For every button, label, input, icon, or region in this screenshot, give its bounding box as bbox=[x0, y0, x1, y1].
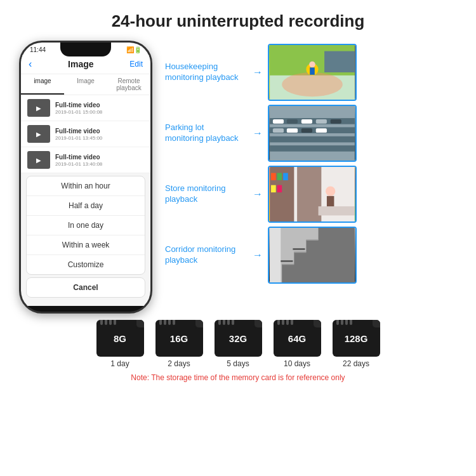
svg-rect-25 bbox=[277, 173, 282, 180]
video-thumb-2: ▶ bbox=[27, 125, 50, 143]
phone-tab-remote[interactable]: Remote playback bbox=[107, 74, 150, 95]
phone-tabs: image Image Remote playback bbox=[21, 74, 150, 95]
sdcard-size-8g: 8G bbox=[114, 333, 126, 344]
storage-note: Note: The storage time of the memory car… bbox=[131, 373, 345, 382]
scene-image-4 bbox=[268, 227, 357, 284]
sdcard-item-64g: 64G 10 days bbox=[274, 320, 321, 368]
sdcard-notch bbox=[105, 320, 107, 325]
phone-back-button[interactable]: ‹ bbox=[29, 58, 32, 70]
sdcard-item-32g: 32G 5 days bbox=[215, 320, 262, 368]
phone-mockup: 11:44 📶🔋 ‹ Image Edit image Image Remote… bbox=[19, 41, 152, 314]
sdcard-notch bbox=[345, 320, 348, 325]
phone-tab-image2[interactable]: Image bbox=[64, 74, 107, 95]
scene-arrow-1: → bbox=[253, 67, 263, 78]
svg-rect-10 bbox=[270, 136, 355, 143]
svg-rect-11 bbox=[270, 145, 355, 152]
sdcard-size-32g: 32G bbox=[229, 333, 247, 344]
scene-arrow-2: → bbox=[253, 128, 263, 139]
scene-label-3: Store monitoringplayback bbox=[165, 183, 248, 205]
page-header: 24-hour uninterrupted recording bbox=[0, 0, 476, 37]
phone-nav-title: Image bbox=[68, 59, 93, 69]
sdcard-notch bbox=[277, 320, 280, 325]
main-content: 11:44 📶🔋 ‹ Image Edit image Image Remote… bbox=[0, 41, 476, 314]
sdcard-notch bbox=[232, 320, 234, 325]
scene-label-2: Parking lotmonitoring playback bbox=[165, 122, 248, 144]
svg-rect-37 bbox=[270, 228, 281, 282]
svg-rect-18 bbox=[287, 128, 298, 133]
scene-item-2: Parking lotmonitoring playback → bbox=[165, 105, 463, 162]
sdcard-notch bbox=[114, 320, 116, 325]
phone-cancel-button[interactable]: Cancel bbox=[26, 277, 145, 298]
sdcard-notches-32g bbox=[218, 320, 234, 325]
sdcard-notch bbox=[159, 320, 162, 325]
scene-label-4: Corridor monitoringplayback bbox=[165, 244, 248, 266]
phone-edit-button[interactable]: Edit bbox=[129, 60, 143, 69]
scene-image-1 bbox=[268, 44, 357, 101]
dropdown-item-2[interactable]: Half a day bbox=[27, 196, 145, 216]
scene-item-1: Housekeepingmonitoring playback → bbox=[165, 44, 463, 101]
phone-screen: ‹ Image Edit image Image Remote playback… bbox=[21, 55, 150, 306]
dropdown-item-5[interactable]: Customize bbox=[27, 255, 145, 274]
sdcard-notch bbox=[286, 320, 289, 325]
scene-img-corridor bbox=[269, 228, 355, 282]
svg-rect-26 bbox=[283, 173, 288, 180]
svg-point-29 bbox=[326, 187, 335, 196]
phone-icons: 📶🔋 bbox=[126, 46, 142, 53]
sdcard-item-128g: 128G 22 days bbox=[333, 320, 380, 368]
page-title: 24-hour uninterrupted recording bbox=[6, 11, 470, 31]
svg-rect-31 bbox=[319, 206, 355, 215]
scenes-container: Housekeepingmonitoring playback → bbox=[165, 41, 463, 314]
sdcard-notches-128g bbox=[336, 320, 352, 325]
phone-nav-bar: ‹ Image Edit bbox=[21, 55, 150, 74]
video-item-2[interactable]: ▶ Full-time video 2019-01-01 13:45:00 bbox=[21, 121, 150, 147]
sdcard-days-8g: 1 day bbox=[110, 359, 129, 368]
scene-arrow-4: → bbox=[253, 249, 263, 261]
scene-img-child bbox=[269, 45, 355, 100]
scene-img-store bbox=[269, 167, 355, 221]
phone-tab-image[interactable]: image bbox=[21, 74, 64, 95]
sdcard-notch bbox=[282, 320, 284, 325]
scene-label-1: Housekeepingmonitoring playback bbox=[165, 62, 248, 83]
sdcard-size-64g: 64G bbox=[288, 333, 306, 344]
sdcard-row: 8G 1 day 16G 2 days bbox=[96, 320, 380, 368]
sdcard-icon-8g: 8G bbox=[96, 320, 144, 357]
phone-time: 11:44 bbox=[30, 46, 46, 53]
sdcard-notch bbox=[100, 320, 103, 325]
phone-dropdown: Within an hour Half a day In one day Wit… bbox=[26, 176, 145, 275]
scene-item-3: Store monitoringplayback → bbox=[165, 166, 463, 223]
phone-video-list: ▶ Full-time video 2019-01-01 15:00:08 ▶ … bbox=[21, 95, 150, 173]
dropdown-item-3[interactable]: In one day bbox=[27, 216, 145, 235]
svg-rect-13 bbox=[287, 119, 298, 124]
svg-rect-27 bbox=[271, 185, 276, 192]
svg-rect-15 bbox=[316, 119, 327, 124]
sdcard-notch bbox=[109, 320, 112, 325]
video-item-1[interactable]: ▶ Full-time video 2019-01-01 15:00:08 bbox=[21, 95, 150, 121]
sdcard-item-8g: 8G 1 day bbox=[96, 320, 144, 368]
svg-rect-20 bbox=[316, 128, 327, 133]
sdcard-days-128g: 22 days bbox=[343, 359, 369, 368]
scene-item-4: Corridor monitoringplayback → bbox=[165, 227, 463, 284]
sdcard-icon-64g: 64G bbox=[274, 320, 321, 357]
sdcard-icon-16g: 16G bbox=[155, 320, 203, 357]
video-item-3[interactable]: ▶ Full-time video 2019-01-01 13:40:08 bbox=[21, 147, 150, 173]
svg-rect-16 bbox=[331, 119, 341, 124]
svg-rect-28 bbox=[277, 185, 282, 192]
svg-rect-5 bbox=[310, 67, 315, 74]
svg-rect-19 bbox=[301, 128, 312, 133]
sdcard-days-16g: 2 days bbox=[168, 359, 190, 368]
phone-mockup-container: 11:44 📶🔋 ‹ Image Edit image Image Remote… bbox=[13, 41, 159, 314]
sdcard-notches-64g bbox=[277, 320, 293, 325]
dropdown-item-1[interactable]: Within an hour bbox=[27, 176, 145, 196]
svg-rect-17 bbox=[273, 128, 284, 133]
svg-point-4 bbox=[309, 62, 315, 68]
phone-notch bbox=[60, 43, 111, 56]
sdcard-notch bbox=[336, 320, 339, 325]
sdcard-notch bbox=[291, 320, 293, 325]
sdcard-size-16g: 16G bbox=[170, 333, 188, 344]
sdcard-days-32g: 5 days bbox=[227, 359, 249, 368]
sdcard-icon-32g: 32G bbox=[215, 320, 262, 357]
sdcard-notch bbox=[341, 320, 343, 325]
svg-rect-6 bbox=[324, 51, 355, 72]
video-info-2: Full-time video 2019-01-01 13:45:00 bbox=[55, 128, 102, 141]
dropdown-item-4[interactable]: Within a week bbox=[27, 235, 145, 255]
